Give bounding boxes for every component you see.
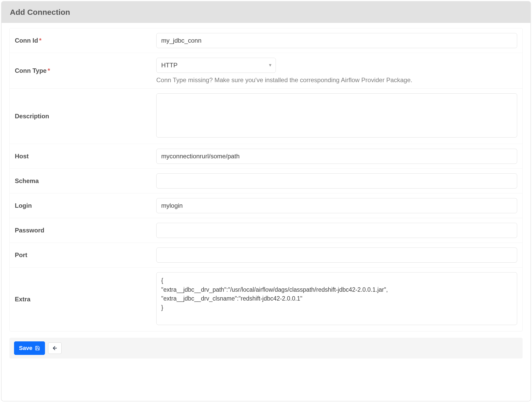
row-conn-type: Conn Type* HTTP ▼ Conn Type missing? Mak… — [10, 53, 522, 89]
label-conn-type-text: Conn Type — [15, 67, 47, 74]
description-input[interactable] — [156, 93, 517, 138]
field-port — [156, 248, 517, 263]
field-description — [156, 93, 517, 139]
port-input[interactable] — [156, 248, 517, 263]
row-login: Login — [10, 193, 522, 218]
label-password: Password — [15, 227, 153, 234]
label-login: Login — [15, 202, 153, 209]
save-button[interactable]: Save — [14, 341, 45, 355]
label-port: Port — [15, 251, 153, 259]
row-password: Password — [10, 218, 522, 243]
password-input[interactable] — [156, 223, 517, 238]
form-card: Conn Id* Conn Type* HTTP ▼ Conn Type mis… — [9, 28, 523, 332]
arrow-left-icon — [52, 345, 58, 351]
label-description: Description — [15, 113, 153, 120]
page-container: Add Connection Conn Id* Conn Type* HTTP — [1, 1, 531, 401]
back-button[interactable] — [48, 342, 62, 354]
field-conn-id — [156, 33, 517, 48]
form-footer: Save — [9, 338, 523, 359]
field-password — [156, 223, 517, 238]
extra-input[interactable] — [156, 272, 517, 325]
schema-input[interactable] — [156, 173, 517, 188]
login-input[interactable] — [156, 198, 517, 213]
row-schema: Schema — [10, 169, 522, 193]
save-icon — [35, 346, 40, 351]
save-button-label: Save — [19, 345, 32, 352]
row-host: Host — [10, 144, 522, 169]
panel-header: Add Connection — [2, 2, 530, 23]
label-conn-id-text: Conn Id — [15, 37, 38, 44]
conn-type-select-wrap: HTTP ▼ — [156, 58, 276, 73]
field-extra — [156, 272, 517, 327]
row-extra: Extra — [10, 268, 522, 331]
row-conn-id: Conn Id* — [10, 28, 522, 53]
label-conn-type: Conn Type* — [15, 67, 153, 74]
field-host — [156, 149, 517, 164]
conn-id-input[interactable] — [156, 33, 517, 48]
required-marker: * — [48, 67, 50, 74]
conn-type-select[interactable]: HTTP — [156, 58, 276, 73]
row-port: Port — [10, 243, 522, 268]
label-extra: Extra — [15, 296, 153, 303]
label-conn-id: Conn Id* — [15, 37, 153, 44]
row-description: Description — [10, 89, 522, 144]
label-host: Host — [15, 153, 153, 160]
field-schema — [156, 173, 517, 188]
panel-title: Add Connection — [10, 8, 70, 16]
conn-type-selected-value: HTTP — [161, 62, 178, 69]
label-schema: Schema — [15, 177, 153, 185]
field-conn-type: HTTP ▼ Conn Type missing? Make sure you'… — [156, 58, 517, 84]
conn-type-help-text: Conn Type missing? Make sure you've inst… — [156, 76, 517, 84]
required-marker: * — [39, 37, 41, 44]
host-input[interactable] — [156, 149, 517, 164]
field-login — [156, 198, 517, 213]
